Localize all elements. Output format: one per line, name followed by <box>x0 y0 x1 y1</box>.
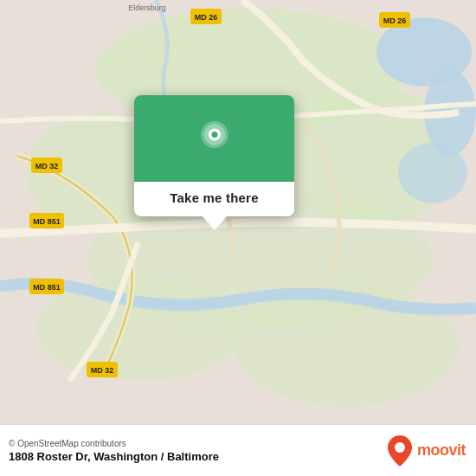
footer-info: © OpenStreetMap contributors 1808 Roster… <box>9 439 219 463</box>
take-me-there-button[interactable]: Take me there <box>170 190 258 205</box>
svg-point-5 <box>35 277 242 381</box>
svg-text:MD 851: MD 851 <box>33 283 61 292</box>
moovit-logo[interactable]: moovit <box>388 435 466 466</box>
svg-text:Eldersburg: Eldersburg <box>128 3 166 12</box>
address-text: 1808 Roster Dr, Washington / Baltimore <box>9 450 219 463</box>
location-popup: Take me there <box>134 95 294 216</box>
svg-text:MD 851: MD 851 <box>33 217 61 226</box>
moovit-wordmark: moovit <box>417 441 466 460</box>
svg-point-27 <box>395 442 405 453</box>
svg-text:MD 32: MD 32 <box>35 162 59 170</box>
svg-text:MD 26: MD 26 <box>383 16 407 25</box>
footer-bar: © OpenStreetMap contributors 1808 Roster… <box>0 424 476 476</box>
popup-footer[interactable]: Take me there <box>134 182 294 216</box>
svg-point-9 <box>398 143 467 203</box>
moovit-pin-icon <box>388 435 412 466</box>
location-pin-icon <box>196 119 234 158</box>
svg-text:MD 32: MD 32 <box>91 366 114 375</box>
svg-text:MD 26: MD 26 <box>195 13 218 22</box>
svg-point-26 <box>211 132 217 138</box>
popup-triangle <box>203 216 227 230</box>
copyright-text: © OpenStreetMap contributors <box>9 439 219 448</box>
map-container[interactable]: MD 26 MD 26 MD 32 MD 851 MD 851 MD 32 El… <box>0 0 476 424</box>
popup-header <box>134 95 294 182</box>
